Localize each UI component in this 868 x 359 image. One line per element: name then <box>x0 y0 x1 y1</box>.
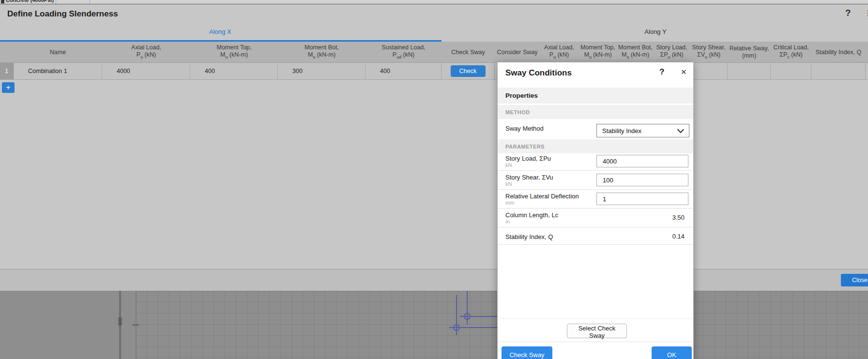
col-header-axial-load-y: Axial Load,Pu (kN) <box>540 42 579 63</box>
strip-divider <box>56 0 56 4</box>
add-row-button[interactable]: + <box>2 82 15 93</box>
cell-critical-load[interactable] <box>771 63 811 79</box>
stability-index-row: Stability Index, Q 0.14 <box>498 227 693 245</box>
stability-index-value: 0.14 <box>672 233 685 240</box>
dialog-divider <box>498 318 693 319</box>
story-shear-row: Story Shear, ΣVu kN <box>498 171 693 190</box>
method-section-label: METHOD <box>505 109 530 115</box>
story-shear-unit: kN <box>505 181 512 187</box>
row-number-cell[interactable]: 1 <box>0 63 14 79</box>
app-window: Concrete (4000Psi) Define Loading Slende… <box>0 0 868 359</box>
col-header-moment-top-y: Moment Top,Mu (kN-m) <box>579 42 617 63</box>
page-title: Define Loading Slenderness <box>7 9 118 19</box>
sway-method-select[interactable]: Stability Index <box>596 124 689 137</box>
background-window-label: Concrete (4000Psi) <box>6 0 54 3</box>
story-load-unit: kN <box>505 162 512 168</box>
sway-method-label: Sway Method <box>505 125 544 132</box>
select-check-sway-button[interactable]: Select Check Sway <box>567 324 627 338</box>
properties-header: Properties <box>505 92 538 99</box>
story-shear-input[interactable] <box>596 174 688 186</box>
crosshair-node-icon[interactable] <box>453 324 460 331</box>
col-header-story-shear: Story Shear,ΣVu (kN) <box>690 42 728 63</box>
dialog-title: Sway Conditions <box>505 68 572 78</box>
cell-sustained-load[interactable]: 400 <box>365 63 442 79</box>
axis-tab-row: Along X Along Y <box>0 23 868 42</box>
ok-button[interactable]: OK <box>652 346 692 359</box>
check-sway-cell-button[interactable]: Check <box>451 65 486 77</box>
cell-story-shear[interactable] <box>690 63 728 79</box>
properties-header-band: Properties <box>498 88 693 104</box>
cell-stability-index[interactable] <box>811 63 866 79</box>
cell-relative-sway[interactable] <box>728 63 771 79</box>
close-icon[interactable]: ✕ <box>681 68 687 76</box>
col-header-stability-index: Stability Index, Q <box>811 42 866 63</box>
parameters-section-label: PARAMETERS <box>505 144 545 150</box>
relative-deflection-unit: mm <box>505 200 514 206</box>
table-row: 1 Combination 1 4000 400 300 400 Check <box>0 63 868 80</box>
method-section-band: METHOD <box>498 105 693 119</box>
col-header-check-sway: Check Sway <box>442 42 495 63</box>
col-header-relative-sway: Relative Sway,(mm) <box>728 42 771 63</box>
strip-divider <box>90 0 90 4</box>
help-icon[interactable]: ? <box>845 8 851 18</box>
story-shear-label: Story Shear, ΣVu <box>505 174 553 181</box>
story-load-row: Story Load, ΣPu kN <box>498 152 693 171</box>
table-header-row: Name Axial Load,Pu (kN) Moment Top,Mu (k… <box>0 42 868 63</box>
col-header-axial-load-x: Axial Load,Pu (kN) <box>102 42 190 63</box>
column-length-value: 3.50 <box>672 214 685 221</box>
sway-method-row: Sway Method Stability Index <box>498 119 693 139</box>
parameters-section-band: PARAMETERS <box>498 139 693 153</box>
column-length-unit: m <box>505 219 510 224</box>
cell-name[interactable]: Combination 1 <box>14 63 102 79</box>
check-sway-button[interactable]: Check Sway <box>502 346 552 359</box>
column-length-row: Column Length, Lc m 3.50 <box>498 209 693 227</box>
section-drawing-canvas: 600 <box>0 291 868 359</box>
col-header-story-load: Story Load,ΣPu (kN) <box>654 42 690 63</box>
cell-check-sway: Check <box>442 63 495 79</box>
dialog-titlebar: Define Loading Slenderness ? ⋮ <box>0 4 868 24</box>
tab-along-x[interactable]: Along X <box>182 28 259 35</box>
relative-deflection-input[interactable] <box>596 193 688 205</box>
dialog-divider <box>498 342 693 342</box>
dialog-help-icon[interactable]: ? <box>659 67 664 77</box>
sway-conditions-dialog: Sway Conditions ? ✕ Properties METHOD Sw… <box>497 62 694 359</box>
background-window-strip: Concrete (4000Psi) <box>0 0 868 4</box>
overflow-menu-icon[interactable]: ⋮ <box>865 9 868 17</box>
stability-index-label: Stability Index, Q <box>505 233 553 240</box>
col-header-moment-bot-y: Moment Bot,Mu (kN-m) <box>617 42 654 63</box>
col-header-name: Name <box>14 42 102 63</box>
col-header-moment-bot-x: Moment Bot,Mu (kN-m) <box>278 42 365 63</box>
story-load-input[interactable] <box>596 155 688 167</box>
col-header-critical-load: Critical Load,ΣPc (kN) <box>771 42 811 63</box>
col-header-sustained-load: Sustained Load,Pud (kN) <box>365 42 442 63</box>
chevron-down-icon <box>677 126 684 133</box>
cell-moment-bot-x[interactable]: 300 <box>278 63 365 79</box>
col-header-moment-top-x: Moment Top,Mu (kN-m) <box>190 42 278 63</box>
sway-method-value: Stability Index <box>602 127 678 135</box>
relative-deflection-row: Relative Lateral Deflection mm <box>498 190 693 209</box>
cell-moment-top-x[interactable]: 400 <box>190 63 278 79</box>
relative-deflection-label: Relative Lateral Deflection <box>505 193 579 200</box>
col-header-consider-sway: Consider Sway <box>495 42 540 63</box>
story-load-label: Story Load, ΣPu <box>505 155 551 162</box>
tab-along-y[interactable]: Along Y <box>617 28 694 35</box>
window-footer-band: Close <box>0 269 868 291</box>
close-button[interactable]: Close <box>841 274 868 286</box>
crosshair-node-icon[interactable] <box>464 313 471 320</box>
dimension-tick <box>133 324 139 326</box>
column-length-label: Column Length, Lc <box>505 211 558 219</box>
background-window-icon <box>1 0 4 3</box>
cell-axial-load-x[interactable]: 4000 <box>102 63 190 79</box>
dimension-label: 600 <box>118 317 123 326</box>
